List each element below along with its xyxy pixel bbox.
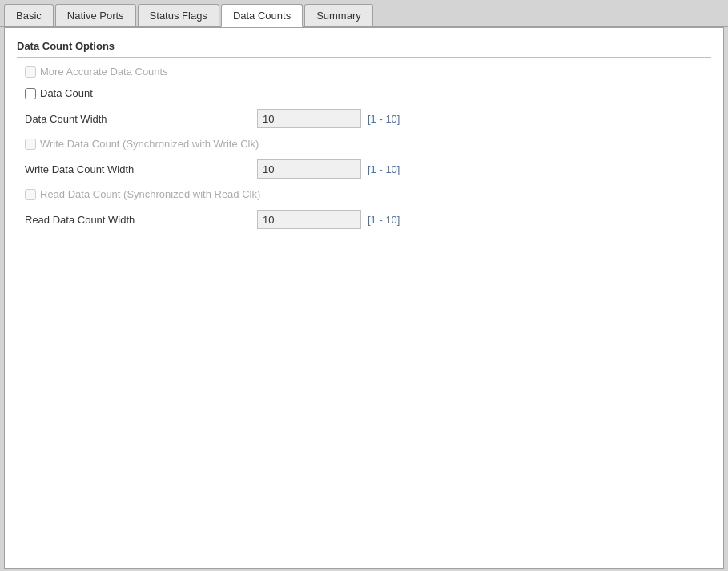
read-data-count-width-range: [1 - 10] (368, 214, 400, 226)
write-data-count-width-range: [1 - 10] (368, 163, 400, 175)
data-count-width-range: [1 - 10] (368, 113, 400, 125)
more-accurate-label: More Accurate Data Counts (40, 66, 168, 78)
write-data-count-width-input[interactable] (257, 159, 361, 179)
data-count-row: Data Count (25, 87, 711, 99)
main-panel: Data Count Options More Accurate Data Co… (4, 27, 724, 569)
more-accurate-row: More Accurate Data Counts (25, 66, 711, 78)
tab-bar: Basic Native Ports Status Flags Data Cou… (0, 0, 728, 27)
section-title: Data Count Options (17, 40, 711, 58)
data-count-checkbox[interactable] (25, 88, 36, 99)
write-data-count-width-row: Write Data Count Width [1 - 10] (25, 159, 711, 179)
write-data-count-width-label: Write Data Count Width (25, 163, 257, 175)
write-data-count-checkbox[interactable] (25, 139, 36, 150)
tab-summary[interactable]: Summary (304, 4, 373, 26)
data-count-width-row: Data Count Width [1 - 10] (25, 109, 711, 128)
tabs-container: Basic Native Ports Status Flags Data Cou… (0, 0, 728, 569)
write-data-count-row: Write Data Count (Synchronized with Writ… (25, 138, 711, 150)
read-data-count-width-input[interactable] (257, 210, 361, 229)
read-data-count-width-label: Read Data Count Width (25, 214, 257, 226)
read-data-count-checkbox[interactable] (25, 189, 36, 200)
tab-status-flags[interactable]: Status Flags (138, 4, 219, 26)
data-count-width-input[interactable] (257, 109, 361, 128)
data-count-width-label: Data Count Width (25, 113, 257, 125)
more-accurate-checkbox[interactable] (25, 66, 36, 78)
data-count-label: Data Count (40, 87, 93, 99)
tab-basic[interactable]: Basic (4, 4, 54, 26)
write-data-count-label: Write Data Count (Synchronized with Writ… (40, 138, 259, 150)
tab-native-ports[interactable]: Native Ports (55, 4, 136, 26)
tab-data-counts[interactable]: Data Counts (221, 4, 303, 27)
read-data-count-label: Read Data Count (Synchronized with Read … (40, 188, 260, 200)
read-data-count-width-row: Read Data Count Width [1 - 10] (25, 210, 711, 229)
read-data-count-row: Read Data Count (Synchronized with Read … (25, 188, 711, 200)
